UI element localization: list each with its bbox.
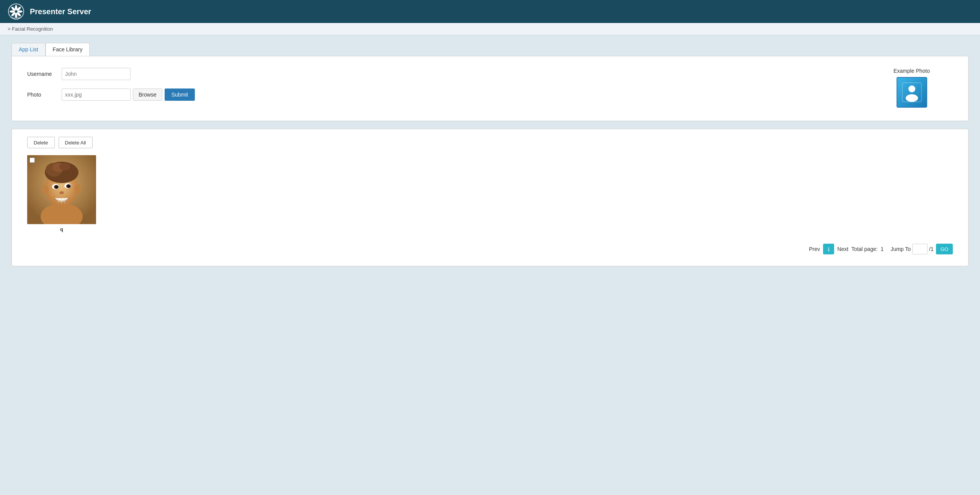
svg-point-33: [75, 184, 81, 193]
image-grid: q: [27, 155, 953, 232]
svg-point-11: [908, 85, 915, 92]
total-page-label: Total page:: [851, 246, 878, 252]
form-and-photo-container: Username Photo Browse Submit Example Pho…: [27, 68, 953, 109]
breadcrumb: > Facial Recognition: [0, 23, 980, 35]
app-header: HUAWEI Presenter Server: [0, 0, 980, 23]
svg-point-27: [68, 185, 70, 187]
jump-to-label: Jump To: [890, 246, 911, 252]
prev-label: Prev: [809, 246, 820, 252]
image-name: q: [60, 226, 63, 232]
submit-button[interactable]: Submit: [165, 89, 195, 101]
tab-app-list[interactable]: App List: [11, 43, 46, 56]
photo-label: Photo: [27, 92, 62, 98]
pagination-section: Prev 1 Next Total page: 1 Jump To /1 GO: [27, 244, 953, 254]
next-label: Next: [837, 246, 848, 252]
pagination-jump: Jump To /1 GO: [890, 244, 953, 254]
tab-face-library[interactable]: Face Library: [46, 43, 90, 56]
face-photo-thumb: [27, 155, 96, 224]
svg-point-21: [59, 163, 70, 170]
username-input[interactable]: [62, 68, 131, 80]
delete-all-button[interactable]: Delete All: [59, 137, 93, 148]
list-item: q: [27, 155, 96, 232]
example-photo-label: Example Photo: [893, 68, 930, 74]
delete-button[interactable]: Delete: [27, 137, 55, 148]
form-fields: Username Photo Browse Submit: [27, 68, 893, 109]
browse-button[interactable]: Browse: [133, 89, 162, 101]
jump-total: /1: [929, 246, 934, 252]
face-photo-svg: [27, 155, 96, 224]
example-photo-section: Example Photo: [893, 68, 930, 108]
go-button[interactable]: GO: [936, 244, 953, 254]
svg-point-28: [59, 191, 64, 194]
example-photo-image: [897, 77, 927, 108]
svg-point-12: [906, 94, 918, 102]
page-1-button[interactable]: 1: [823, 244, 834, 254]
photo-row: Photo Browse Submit: [27, 89, 893, 101]
huawei-logo: HUAWEI: [8, 3, 24, 20]
svg-point-26: [56, 186, 58, 188]
photo-input[interactable]: [62, 89, 131, 101]
app-title: Presenter Server: [30, 7, 91, 16]
tab-bar: App List Face Library: [11, 43, 969, 56]
gallery-panel: Delete Delete All: [11, 129, 969, 266]
jump-input[interactable]: [912, 244, 928, 254]
total-pages: 1: [881, 246, 884, 252]
svg-text:HUAWEI: HUAWEI: [11, 16, 21, 19]
image-checkbox[interactable]: [29, 157, 35, 163]
svg-point-32: [42, 185, 49, 194]
person-silhouette-icon: [902, 82, 922, 103]
username-label: Username: [27, 71, 62, 77]
form-panel: Username Photo Browse Submit Example Pho…: [11, 56, 969, 121]
main-content: App List Face Library Username Photo Bro…: [0, 35, 980, 274]
breadcrumb-text: > Facial Recognition: [8, 26, 53, 32]
action-buttons: Delete Delete All: [27, 137, 953, 148]
username-row: Username: [27, 68, 893, 80]
